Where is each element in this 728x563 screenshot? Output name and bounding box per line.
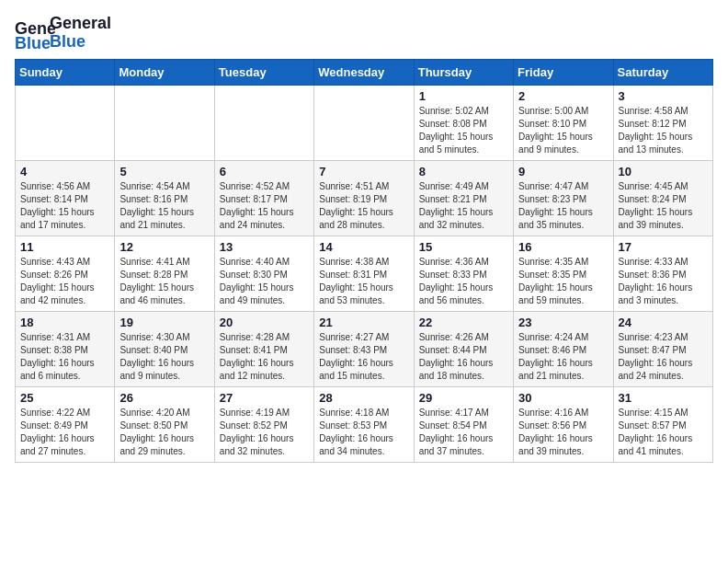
day-number: 16	[518, 240, 608, 254]
day-info: Sunrise: 4:23 AM Sunset: 8:47 PM Dayligh…	[619, 331, 708, 383]
day-info: Sunrise: 4:40 AM Sunset: 8:30 PM Dayligh…	[220, 256, 309, 307]
calendar-table: SundayMondayTuesdayWednesdayThursdayFrid…	[15, 59, 713, 463]
calendar-week-row: 25Sunrise: 4:22 AM Sunset: 8:49 PM Dayli…	[16, 386, 713, 462]
day-number: 13	[220, 240, 309, 254]
day-info: Sunrise: 4:43 AM Sunset: 8:26 PM Dayligh…	[20, 256, 109, 307]
day-info: Sunrise: 4:54 AM Sunset: 8:16 PM Dayligh…	[119, 180, 209, 232]
calendar-cell: 17Sunrise: 4:33 AM Sunset: 8:36 PM Dayli…	[613, 236, 712, 311]
day-number: 8	[419, 165, 508, 178]
calendar-day-header: Tuesday	[214, 59, 313, 85]
calendar-week-row: 18Sunrise: 4:31 AM Sunset: 8:38 PM Dayli…	[16, 311, 713, 386]
calendar-day-header: Thursday	[414, 59, 513, 85]
day-info: Sunrise: 4:51 AM Sunset: 8:19 PM Dayligh…	[319, 180, 408, 232]
logo: General Blue General Blue	[15, 15, 111, 52]
calendar-header-row: SundayMondayTuesdayWednesdayThursdayFrid…	[16, 59, 713, 85]
day-info: Sunrise: 4:28 AM Sunset: 8:41 PM Dayligh…	[220, 331, 309, 383]
day-number: 18	[20, 316, 109, 329]
day-info: Sunrise: 5:00 AM Sunset: 8:10 PM Dayligh…	[518, 105, 608, 156]
day-number: 19	[119, 316, 209, 329]
day-info: Sunrise: 4:35 AM Sunset: 8:35 PM Dayligh…	[518, 256, 608, 307]
day-number: 22	[419, 316, 508, 329]
day-info: Sunrise: 4:47 AM Sunset: 8:23 PM Dayligh…	[518, 180, 608, 232]
day-info: Sunrise: 4:16 AM Sunset: 8:56 PM Dayligh…	[518, 407, 608, 458]
day-number: 5	[119, 165, 209, 178]
calendar-cell: 28Sunrise: 4:18 AM Sunset: 8:53 PM Dayli…	[314, 386, 414, 462]
day-info: Sunrise: 4:41 AM Sunset: 8:28 PM Dayligh…	[119, 256, 209, 307]
calendar-cell: 31Sunrise: 4:15 AM Sunset: 8:57 PM Dayli…	[613, 386, 712, 462]
day-number: 7	[319, 165, 408, 178]
calendar-cell: 18Sunrise: 4:31 AM Sunset: 8:38 PM Dayli…	[16, 311, 115, 386]
day-info: Sunrise: 4:56 AM Sunset: 8:14 PM Dayligh…	[20, 180, 109, 232]
day-number: 23	[518, 316, 608, 329]
calendar-cell: 7Sunrise: 4:51 AM Sunset: 8:19 PM Daylig…	[314, 160, 414, 236]
calendar-cell: 23Sunrise: 4:24 AM Sunset: 8:46 PM Dayli…	[514, 311, 613, 386]
calendar-day-header: Wednesday	[314, 59, 414, 85]
day-number: 4	[20, 165, 109, 178]
day-info: Sunrise: 4:27 AM Sunset: 8:43 PM Dayligh…	[319, 331, 408, 383]
calendar-cell: 10Sunrise: 4:45 AM Sunset: 8:24 PM Dayli…	[613, 160, 712, 236]
calendar-cell: 21Sunrise: 4:27 AM Sunset: 8:43 PM Dayli…	[314, 311, 414, 386]
calendar-cell: 22Sunrise: 4:26 AM Sunset: 8:44 PM Dayli…	[414, 311, 513, 386]
calendar-cell: 20Sunrise: 4:28 AM Sunset: 8:41 PM Dayli…	[214, 311, 313, 386]
svg-text:Blue: Blue	[15, 34, 51, 51]
calendar-week-row: 1Sunrise: 5:02 AM Sunset: 8:08 PM Daylig…	[16, 85, 713, 160]
calendar-cell: 15Sunrise: 4:36 AM Sunset: 8:33 PM Dayli…	[414, 236, 513, 311]
calendar-day-header: Saturday	[613, 59, 712, 85]
page-header: General Blue General Blue	[15, 15, 713, 52]
calendar-week-row: 11Sunrise: 4:43 AM Sunset: 8:26 PM Dayli…	[16, 236, 713, 311]
day-number: 20	[220, 316, 309, 329]
day-info: Sunrise: 4:36 AM Sunset: 8:33 PM Dayligh…	[419, 256, 508, 307]
day-number: 12	[119, 240, 209, 254]
calendar-cell: 4Sunrise: 4:56 AM Sunset: 8:14 PM Daylig…	[16, 160, 115, 236]
day-info: Sunrise: 4:15 AM Sunset: 8:57 PM Dayligh…	[619, 407, 708, 458]
calendar-cell: 6Sunrise: 4:52 AM Sunset: 8:17 PM Daylig…	[214, 160, 313, 236]
logo-general: General	[50, 15, 111, 33]
calendar-cell: 16Sunrise: 4:35 AM Sunset: 8:35 PM Dayli…	[514, 236, 613, 311]
calendar-cell: 8Sunrise: 4:49 AM Sunset: 8:21 PM Daylig…	[414, 160, 513, 236]
day-info: Sunrise: 4:24 AM Sunset: 8:46 PM Dayligh…	[518, 331, 608, 383]
day-info: Sunrise: 5:02 AM Sunset: 8:08 PM Dayligh…	[419, 105, 508, 156]
day-info: Sunrise: 4:30 AM Sunset: 8:40 PM Dayligh…	[119, 331, 209, 383]
calendar-cell: 19Sunrise: 4:30 AM Sunset: 8:40 PM Dayli…	[115, 311, 214, 386]
day-number: 14	[319, 240, 408, 254]
day-info: Sunrise: 4:22 AM Sunset: 8:49 PM Dayligh…	[20, 407, 109, 458]
day-info: Sunrise: 4:20 AM Sunset: 8:50 PM Dayligh…	[119, 407, 209, 458]
day-info: Sunrise: 4:52 AM Sunset: 8:17 PM Dayligh…	[220, 180, 309, 232]
calendar-cell: 5Sunrise: 4:54 AM Sunset: 8:16 PM Daylig…	[115, 160, 214, 236]
day-number: 30	[518, 391, 608, 405]
day-info: Sunrise: 4:45 AM Sunset: 8:24 PM Dayligh…	[619, 180, 708, 232]
day-number: 2	[518, 89, 608, 103]
day-info: Sunrise: 4:19 AM Sunset: 8:52 PM Dayligh…	[220, 407, 309, 458]
day-info: Sunrise: 4:58 AM Sunset: 8:12 PM Dayligh…	[619, 105, 708, 156]
day-info: Sunrise: 4:18 AM Sunset: 8:53 PM Dayligh…	[319, 407, 408, 458]
calendar-cell: 26Sunrise: 4:20 AM Sunset: 8:50 PM Dayli…	[115, 386, 214, 462]
day-number: 3	[619, 89, 708, 103]
calendar-cell: 2Sunrise: 5:00 AM Sunset: 8:10 PM Daylig…	[514, 85, 613, 160]
calendar-day-header: Sunday	[16, 59, 115, 85]
calendar-cell: 12Sunrise: 4:41 AM Sunset: 8:28 PM Dayli…	[115, 236, 214, 311]
day-info: Sunrise: 4:33 AM Sunset: 8:36 PM Dayligh…	[619, 256, 708, 307]
day-info: Sunrise: 4:17 AM Sunset: 8:54 PM Dayligh…	[419, 407, 508, 458]
day-info: Sunrise: 4:38 AM Sunset: 8:31 PM Dayligh…	[319, 256, 408, 307]
day-number: 11	[20, 240, 109, 254]
calendar-cell: 11Sunrise: 4:43 AM Sunset: 8:26 PM Dayli…	[16, 236, 115, 311]
day-number: 28	[319, 391, 408, 405]
day-info: Sunrise: 4:49 AM Sunset: 8:21 PM Dayligh…	[419, 180, 508, 232]
day-info: Sunrise: 4:26 AM Sunset: 8:44 PM Dayligh…	[419, 331, 508, 383]
calendar-cell: 29Sunrise: 4:17 AM Sunset: 8:54 PM Dayli…	[414, 386, 513, 462]
day-number: 31	[619, 391, 708, 405]
day-number: 17	[619, 240, 708, 254]
calendar-cell: 13Sunrise: 4:40 AM Sunset: 8:30 PM Dayli…	[214, 236, 313, 311]
day-number: 25	[20, 391, 109, 405]
calendar-cell	[214, 85, 313, 160]
calendar-cell: 24Sunrise: 4:23 AM Sunset: 8:47 PM Dayli…	[613, 311, 712, 386]
calendar-week-row: 4Sunrise: 4:56 AM Sunset: 8:14 PM Daylig…	[16, 160, 713, 236]
day-number: 21	[319, 316, 408, 329]
day-number: 24	[619, 316, 708, 329]
calendar-cell: 3Sunrise: 4:58 AM Sunset: 8:12 PM Daylig…	[613, 85, 712, 160]
day-number: 9	[518, 165, 608, 178]
calendar-day-header: Friday	[514, 59, 613, 85]
day-number: 29	[419, 391, 508, 405]
day-number: 27	[220, 391, 309, 405]
calendar-cell: 14Sunrise: 4:38 AM Sunset: 8:31 PM Dayli…	[314, 236, 414, 311]
